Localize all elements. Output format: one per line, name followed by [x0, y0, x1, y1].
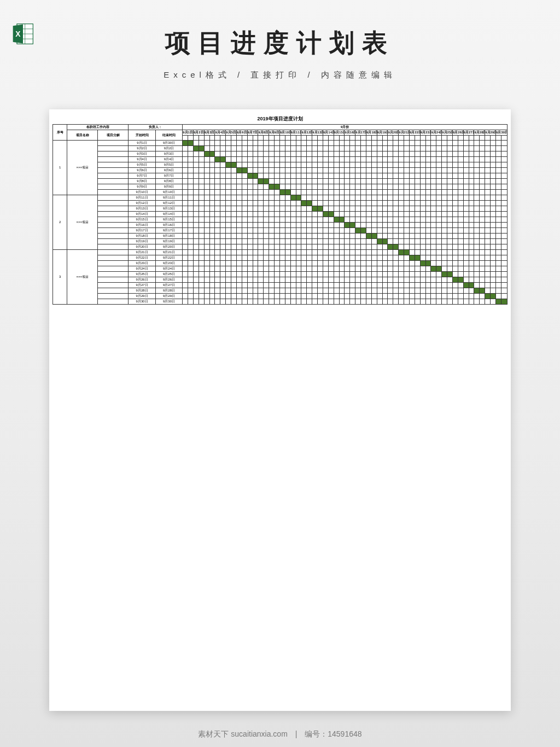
- cell-day: [279, 272, 285, 277]
- cell-day: [296, 217, 301, 223]
- cell-day: [296, 288, 301, 294]
- cell-day: [474, 157, 480, 162]
- cell-day: [209, 217, 215, 223]
- cell-day: [264, 239, 269, 244]
- cell-day: [204, 244, 209, 250]
- cell-day: [285, 217, 290, 223]
- cell-day: [361, 244, 366, 250]
- cell-day: [328, 255, 334, 261]
- cell-day: [290, 239, 296, 244]
- cell-day: [328, 162, 334, 168]
- cell-day: [495, 141, 501, 146]
- cell-day: [279, 184, 285, 190]
- cell-day: [323, 244, 328, 250]
- cell-day: [220, 141, 226, 146]
- cell-day: [247, 299, 253, 305]
- cell-day: [485, 195, 491, 201]
- cell-day: [334, 223, 339, 228]
- cell-day: [474, 261, 480, 266]
- cell-day: [215, 228, 220, 234]
- cell-day: [393, 168, 399, 173]
- cell-day: [328, 234, 334, 239]
- cell-day: [377, 146, 382, 151]
- cell-day: [491, 255, 496, 261]
- cell-day: [485, 217, 491, 223]
- cell-day: [301, 234, 307, 239]
- cell-day: [377, 212, 382, 217]
- cell-day: [425, 294, 431, 299]
- cell-day: [399, 184, 404, 190]
- cell-day: [290, 283, 296, 288]
- cell-day: [431, 217, 436, 223]
- cell-day: [312, 162, 318, 168]
- cell-day: [215, 244, 220, 250]
- table-row: 9月18日9月18日: [53, 234, 508, 239]
- cell-day: [318, 212, 323, 217]
- cell-day: [285, 228, 290, 234]
- cell-day: [334, 190, 339, 195]
- cell-day: [301, 283, 307, 288]
- cell-day: [452, 250, 458, 255]
- cell-day: [307, 217, 312, 223]
- cell-day: [431, 261, 436, 266]
- cell-day: [495, 168, 501, 173]
- cell-day: [318, 151, 323, 157]
- cell-start: 9月20日: [129, 244, 155, 250]
- cell-day: [409, 272, 415, 277]
- cell-day: [204, 239, 209, 244]
- cell-day: [458, 299, 463, 305]
- cell-day: [220, 277, 226, 283]
- cell-day: [371, 201, 377, 206]
- cell-start: 9月5日: [129, 162, 155, 168]
- cell-day: [425, 141, 431, 146]
- cell-day: [253, 190, 258, 195]
- cell-day: [415, 234, 420, 239]
- cell-day: [236, 206, 242, 212]
- cell-day: [491, 266, 496, 272]
- hdr-projbreak: 项目分解: [98, 130, 129, 141]
- cell-day: [382, 162, 388, 168]
- cell-day: [431, 201, 436, 206]
- cell-break: [98, 272, 129, 277]
- cell-day: [183, 157, 188, 162]
- cell-day: [355, 272, 361, 277]
- cell-day: [318, 272, 323, 277]
- cell-day: [452, 201, 458, 206]
- cell-day: [339, 184, 345, 190]
- cell-day: [463, 179, 469, 184]
- cell-day: [312, 168, 318, 173]
- cell-day: [253, 299, 258, 305]
- cell-day: [393, 223, 399, 228]
- cell-day: [253, 201, 258, 206]
- cell-start: 9月28日: [129, 288, 155, 294]
- cell-day: [220, 217, 226, 223]
- cell-day: [301, 266, 307, 272]
- cell-day: [366, 162, 371, 168]
- cell-day: [231, 261, 237, 266]
- cell-day: [279, 277, 285, 283]
- cell-day: [469, 157, 474, 162]
- cell-day: [415, 184, 420, 190]
- cell-day: [388, 212, 393, 217]
- cell-day: [452, 151, 458, 157]
- cell-day: [350, 206, 355, 212]
- cell-day: [377, 151, 382, 157]
- cell-day: [209, 151, 215, 157]
- cell-day: [323, 288, 328, 294]
- cell-day: [264, 173, 269, 179]
- cell-day: [463, 212, 469, 217]
- cell-day: [501, 190, 507, 195]
- table-row: 9月25日9月25日: [53, 272, 508, 277]
- cell-day: [307, 277, 312, 283]
- cell-day: [420, 157, 425, 162]
- cell-day: [469, 244, 474, 250]
- cell-day: [377, 261, 382, 266]
- cell-day: [382, 277, 388, 283]
- cell-day: [328, 151, 334, 157]
- cell-day: [388, 234, 393, 239]
- cell-day: [501, 283, 507, 288]
- cell-day: [236, 255, 242, 261]
- cell-day: [328, 217, 334, 223]
- cell-day: [474, 239, 480, 244]
- cell-day: [404, 223, 410, 228]
